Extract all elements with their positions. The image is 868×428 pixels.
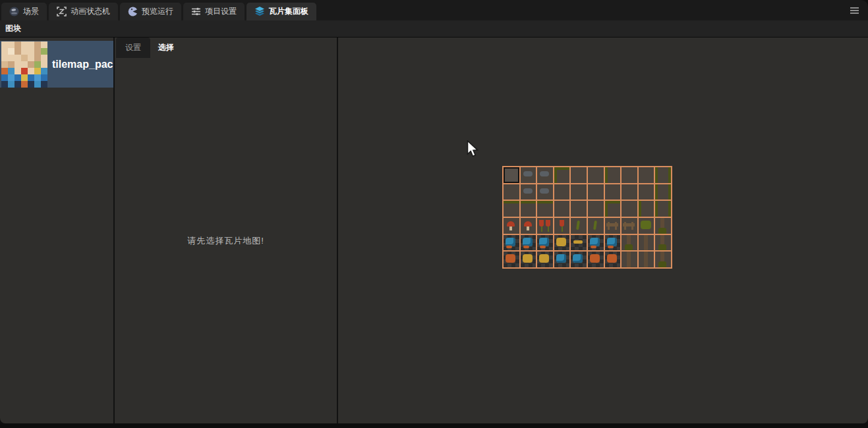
pacman-icon bbox=[128, 7, 138, 16]
tile-cell[interactable] bbox=[655, 218, 671, 234]
tile-cell[interactable] bbox=[605, 201, 621, 217]
tileset-viewer bbox=[338, 38, 868, 423]
layers-icon bbox=[254, 7, 265, 16]
tile-cell[interactable] bbox=[521, 218, 536, 234]
tile-cell[interactable] bbox=[571, 201, 587, 217]
tile-cell[interactable] bbox=[571, 235, 587, 251]
inspector-panel: 设置选择 请先选择瓦片地图! bbox=[115, 38, 337, 423]
top-tab-bar: 场景动画状态机预览运行项目设置瓦片集面板 bbox=[0, 0, 868, 20]
tile-cell[interactable] bbox=[639, 235, 654, 251]
tileset-thumbnail bbox=[1, 41, 47, 88]
tab-settings[interactable]: 设置 bbox=[116, 38, 150, 58]
tile-cell[interactable] bbox=[571, 252, 587, 267]
tile-cell[interactable] bbox=[521, 167, 536, 183]
tile-cell[interactable] bbox=[622, 218, 637, 234]
tile-cell[interactable] bbox=[504, 184, 519, 200]
tab-label: 预览运行 bbox=[142, 6, 173, 17]
tile-cell[interactable] bbox=[554, 235, 570, 251]
empty-hint: 请先选择瓦片地图! bbox=[187, 235, 264, 247]
tile-cell[interactable] bbox=[655, 184, 671, 200]
hamburger-menu-icon[interactable] bbox=[847, 3, 861, 18]
tab-project-settings[interactable]: 项目设置 bbox=[183, 3, 245, 20]
tile-cell[interactable] bbox=[537, 252, 553, 267]
panel-title: 图块 bbox=[0, 23, 21, 34]
tileset-list-item[interactable]: tilemap_packed bbox=[0, 41, 113, 88]
tab-label: 场景 bbox=[23, 6, 39, 17]
tile-cell[interactable] bbox=[537, 184, 553, 200]
transform-icon bbox=[57, 7, 67, 16]
editor-window: 场景动画状态机预览运行项目设置瓦片集面板 图块 tilemap_packed 设… bbox=[0, 0, 868, 428]
tile-cell[interactable] bbox=[521, 201, 536, 217]
tile-cell[interactable] bbox=[588, 252, 604, 267]
tileset-item-label: tilemap_packed bbox=[47, 59, 113, 70]
tile-cell[interactable] bbox=[655, 252, 671, 267]
tile-cell[interactable] bbox=[588, 218, 604, 234]
tile-cell[interactable] bbox=[639, 167, 654, 183]
tile-cell-selected[interactable] bbox=[504, 167, 519, 183]
tile-cell[interactable] bbox=[537, 235, 553, 251]
tab-label: 动画状态机 bbox=[71, 6, 110, 17]
tile-cell[interactable] bbox=[622, 184, 637, 200]
tile-cell[interactable] bbox=[521, 184, 536, 200]
tab-scene[interactable]: 场景 bbox=[1, 3, 47, 20]
tile-cell[interactable] bbox=[554, 252, 570, 267]
tile-cell[interactable] bbox=[639, 201, 654, 217]
tileset-grid bbox=[502, 166, 672, 269]
tileset-list: tilemap_packed bbox=[0, 38, 113, 423]
tile-cell[interactable] bbox=[622, 235, 637, 251]
tab-label: 瓦片集面板 bbox=[269, 6, 308, 17]
tile-cell[interactable] bbox=[605, 167, 621, 183]
tile-cell[interactable] bbox=[504, 218, 519, 234]
tile-cell[interactable] bbox=[537, 201, 553, 217]
tile-cell[interactable] bbox=[504, 235, 519, 251]
tile-cell[interactable] bbox=[588, 167, 604, 183]
tile-cell[interactable] bbox=[521, 235, 536, 251]
tile-cell[interactable] bbox=[639, 252, 654, 267]
tile-cell[interactable] bbox=[554, 184, 570, 200]
tile-cell[interactable] bbox=[605, 252, 621, 267]
tab-tileset-panel[interactable]: 瓦片集面板 bbox=[246, 3, 316, 20]
tile-cell[interactable] bbox=[554, 167, 570, 183]
sliders-icon bbox=[191, 7, 201, 16]
tile-cell[interactable] bbox=[605, 218, 621, 234]
tile-cell[interactable] bbox=[504, 252, 519, 267]
tile-cell[interactable] bbox=[521, 252, 536, 267]
tile-cell[interactable] bbox=[588, 201, 604, 217]
tile-cell[interactable] bbox=[504, 201, 519, 217]
tile-cell[interactable] bbox=[554, 218, 570, 234]
tile-cell[interactable] bbox=[537, 167, 553, 183]
window-bottom-edge bbox=[0, 423, 868, 428]
tile-cell[interactable] bbox=[655, 167, 671, 183]
tile-cell[interactable] bbox=[605, 235, 621, 251]
tile-cell[interactable] bbox=[588, 235, 604, 251]
tile-cell[interactable] bbox=[554, 201, 570, 217]
tile-cell[interactable] bbox=[622, 201, 637, 217]
tile-cell[interactable] bbox=[655, 235, 671, 251]
tile-cell[interactable] bbox=[622, 167, 637, 183]
tile-cell[interactable] bbox=[571, 218, 587, 234]
tile-cell[interactable] bbox=[537, 218, 553, 234]
tile-cell[interactable] bbox=[622, 252, 637, 267]
globe-icon bbox=[9, 7, 19, 16]
tab-preview-run[interactable]: 预览运行 bbox=[120, 3, 181, 20]
panel-header: 图块 bbox=[0, 20, 868, 38]
tile-cell[interactable] bbox=[655, 201, 671, 217]
tab-label: 项目设置 bbox=[205, 6, 237, 17]
tile-cell[interactable] bbox=[605, 184, 621, 200]
tile-cell[interactable] bbox=[639, 218, 654, 234]
tile-cell[interactable] bbox=[571, 167, 587, 183]
tile-cell[interactable] bbox=[639, 184, 654, 200]
tab-select[interactable]: 选择 bbox=[150, 38, 182, 58]
tile-cell[interactable] bbox=[571, 184, 587, 200]
tile-cell[interactable] bbox=[588, 184, 604, 200]
tab-anim-state-machine[interactable]: 动画状态机 bbox=[49, 3, 118, 20]
